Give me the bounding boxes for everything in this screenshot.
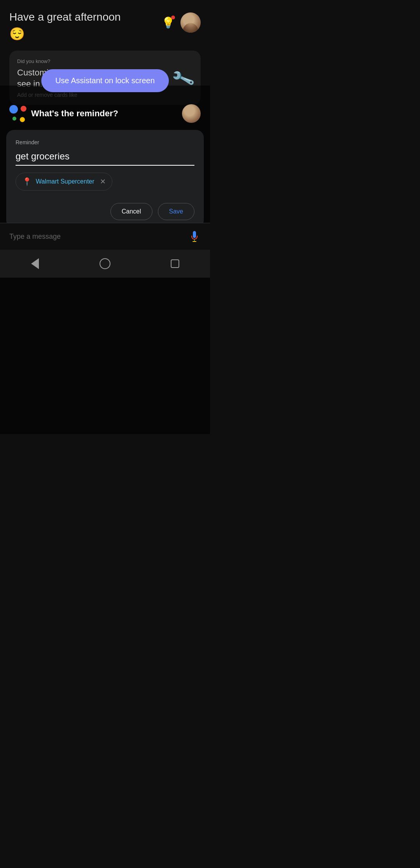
notification-dot — [171, 16, 175, 19]
recent-apps-button[interactable] — [163, 252, 187, 275]
home-icon — [100, 258, 110, 269]
svg-rect-1 — [192, 241, 196, 242]
greeting-section: Have a great afternoon 😌 — [9, 11, 121, 41]
greeting-text: Have a great afternoon — [9, 11, 121, 23]
location-pin-icon: 📍 — [22, 177, 32, 186]
greeting-emoji: 😌 — [9, 26, 121, 41]
home-button[interactable] — [93, 252, 117, 275]
back-icon — [31, 258, 39, 269]
user-avatar-assistant[interactable] — [182, 104, 201, 123]
location-chip[interactable]: 📍 Walmart Supercenter ✕ — [16, 173, 112, 191]
lightbulb-icon-wrapper[interactable]: 💡 — [160, 15, 176, 30]
reminder-card: Reminder get groceries 📍 Walmart Superce… — [6, 130, 204, 228]
assistant-section: What's the reminder? Reminder get grocer… — [0, 97, 210, 278]
message-input-bar: Type a message — [0, 223, 210, 250]
reminder-actions: Cancel Save — [16, 203, 194, 220]
reminder-input-text: get groceries — [16, 151, 70, 161]
google-assistant-icon — [9, 105, 26, 122]
tooltip-text: Use Assistant on lock screen — [55, 76, 155, 85]
card-icon-section: 🔧 — [173, 69, 193, 88]
cancel-button[interactable]: Cancel — [110, 203, 152, 220]
reminder-input-section[interactable]: get groceries — [16, 151, 194, 166]
dot-red — [21, 106, 26, 112]
microphone-icon[interactable] — [188, 230, 201, 243]
assistant-question: What's the reminder? — [31, 108, 118, 119]
close-location-icon[interactable]: ✕ — [100, 177, 106, 186]
top-header: Have a great afternoon 😌 💡 — [0, 0, 210, 45]
avatar-silhouette — [180, 16, 201, 33]
location-text: Walmart Supercenter — [36, 178, 94, 185]
back-button[interactable] — [23, 252, 47, 275]
reminder-label: Reminder — [16, 139, 194, 145]
dot-yellow — [20, 117, 25, 122]
assistant-header: What's the reminder? — [0, 97, 210, 130]
dot-green — [12, 117, 16, 121]
tooltip-bubble[interactable]: Use Assistant on lock screen — [41, 69, 169, 92]
recent-icon — [171, 259, 179, 268]
save-button[interactable]: Save — [158, 203, 194, 220]
dot-blue — [9, 105, 18, 114]
navigation-bar — [0, 250, 210, 278]
avatar-image — [180, 12, 201, 33]
message-placeholder[interactable]: Type a message — [9, 233, 61, 241]
assistant-left: What's the reminder? — [9, 105, 118, 122]
did-you-know-label: Did you know? — [17, 58, 193, 64]
header-icons: 💡 — [160, 12, 201, 33]
user-avatar-header[interactable] — [180, 12, 201, 33]
